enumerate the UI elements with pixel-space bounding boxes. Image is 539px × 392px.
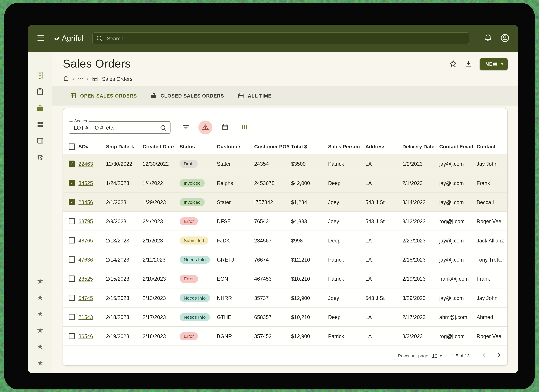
row-checkbox[interactable]: ✓ xyxy=(69,199,75,205)
status-badge: Needs Info xyxy=(180,294,210,302)
column-header-created-date[interactable]: Created Date xyxy=(143,144,180,149)
export-button[interactable] xyxy=(464,59,473,69)
so-number-link[interactable]: 34525 xyxy=(78,180,106,186)
sidebar-item-receipts[interactable] xyxy=(36,71,44,80)
errors-filter-button[interactable] xyxy=(198,121,212,135)
row-checkbox[interactable]: ✓ xyxy=(69,276,75,282)
sidebar-item-settings[interactable]: ⚙ xyxy=(36,153,44,162)
menu-button[interactable] xyxy=(36,33,45,43)
breadcrumb-home-button[interactable] xyxy=(63,75,69,83)
filter-icon xyxy=(182,123,190,132)
favorite-page-button[interactable] xyxy=(449,59,457,69)
favorite-star-icon[interactable]: ★ xyxy=(36,277,44,285)
so-number-link[interactable]: 68795 xyxy=(78,218,106,224)
cell-customer-po: 35737 xyxy=(254,295,291,301)
column-header-delivery-date[interactable]: Delivery Date xyxy=(402,144,439,149)
column-header-contact[interactable]: Contact xyxy=(476,144,506,149)
table-row[interactable]: ✓ 23456 2/1/2023 1/29/2023 Invoiced Stat… xyxy=(63,193,507,212)
breadcrumb-collapsed-button[interactable]: ⋯ xyxy=(78,76,83,81)
row-checkbox[interactable]: ✓ xyxy=(69,180,75,186)
account-button[interactable] xyxy=(500,33,510,44)
status-badge: Needs Info xyxy=(180,255,210,264)
status-badge: Error xyxy=(180,332,198,340)
app-logo-text: Agriful xyxy=(62,34,83,43)
tab-closed-sales-orders[interactable]: CLOSED SALES ORDERS xyxy=(150,92,224,99)
column-header-total[interactable]: Total $ xyxy=(291,144,328,149)
so-number-link[interactable]: 48765 xyxy=(78,237,106,243)
cell-created-date: 2/1/2023 xyxy=(143,237,180,243)
cell-ship-date: 2/15/2023 xyxy=(106,276,143,282)
cell-delivery-date: 2/1/2023 xyxy=(402,180,439,186)
rows-per-page-select[interactable]: Rows per page: 10 ▾ xyxy=(398,353,442,359)
main-content: Sales Orders xyxy=(52,52,518,373)
so-number-link[interactable]: 23525 xyxy=(78,276,106,282)
filter-button[interactable] xyxy=(179,121,193,135)
tab-open-sales-orders[interactable]: OPEN SALES ORDERS xyxy=(70,92,137,99)
table-row[interactable]: ✓ 22463 12/30/2022 12/30/2022 Draft Stat… xyxy=(63,154,507,173)
so-number-link[interactable]: 21543 xyxy=(78,314,106,320)
cell-delivery-date: 2/19/2023 xyxy=(402,276,439,282)
column-header-customer[interactable]: Customer xyxy=(217,144,254,149)
table-row[interactable]: ✓ 48765 2/13/2023 2/1/2023 Submitted FJD… xyxy=(63,231,507,250)
cell-customer-po: 76674 xyxy=(254,256,291,262)
column-header-so[interactable]: SO# xyxy=(78,144,106,149)
columns-button[interactable] xyxy=(237,121,251,135)
notifications-button[interactable] xyxy=(484,33,492,43)
row-checkbox[interactable]: ✓ xyxy=(69,314,75,320)
column-header-contact-email[interactable]: Contact Email xyxy=(439,144,477,149)
status-badge: Invoiced xyxy=(180,198,205,206)
cell-contact-email: jay@j.com xyxy=(439,237,477,243)
new-button[interactable]: NEW ▾ xyxy=(480,58,508,70)
table-row[interactable]: ✓ 34525 1/24/2023 1/4/2022 Invoiced Ralp… xyxy=(63,173,507,193)
column-header-customer-po[interactable]: Customer PO# xyxy=(254,144,291,149)
date-range-button[interactable] xyxy=(218,121,232,135)
column-header-address[interactable]: Address xyxy=(366,144,402,149)
so-number-link[interactable]: 86546 xyxy=(78,333,106,339)
next-page-button[interactable] xyxy=(494,351,504,361)
table-row[interactable]: ✓ 54745 2/15/2023 2/13/2023 Needs Info N… xyxy=(63,288,507,307)
favorite-star-icon[interactable]: ★ xyxy=(36,359,44,367)
sidebar-item-inventory[interactable] xyxy=(36,104,44,113)
cell-sales-person: Patrick xyxy=(328,333,366,339)
cell-status: Submitted xyxy=(180,236,217,244)
table-row[interactable]: ✓ 23525 2/15/2023 2/10/2023 Error EGN 46… xyxy=(63,269,507,288)
table-row[interactable]: ✓ 86546 2/19/2023 2/18/2023 Error BGNR 3… xyxy=(63,327,507,346)
select-all-checkbox[interactable]: ✓ xyxy=(69,143,75,150)
table-row[interactable]: ✓ 68795 2/9/2023 2/4/2023 Error DFSE 765… xyxy=(63,212,507,231)
so-number-link[interactable]: 23456 xyxy=(78,199,106,205)
so-number-link[interactable]: 54745 xyxy=(78,295,106,301)
previous-page-button[interactable] xyxy=(479,351,489,361)
column-header-ship-date[interactable]: Ship Date↓ xyxy=(106,144,143,149)
column-header-sales-person[interactable]: Sales Person xyxy=(328,144,366,149)
sidebar-item-views[interactable] xyxy=(36,137,44,145)
global-search-input[interactable] xyxy=(92,32,469,44)
column-header-status[interactable]: Status xyxy=(180,144,217,149)
favorite-star-icon[interactable]: ★ xyxy=(36,293,44,302)
table-row[interactable]: ✓ 47636 2/14/2023 2/11/2023 Needs Info G… xyxy=(63,250,507,269)
sidebar-item-tasks[interactable] xyxy=(36,88,44,96)
table-header-row: ✓ SO# Ship Date↓ Created Date Status Cus… xyxy=(63,139,507,154)
table-row[interactable]: ✓ 21543 2/18/2023 2/17/2023 Needs Info G… xyxy=(63,308,507,327)
row-checkbox[interactable]: ✓ xyxy=(69,237,75,244)
table-search-input[interactable] xyxy=(69,122,170,133)
cell-contact-email: jay@j.com xyxy=(439,256,477,262)
favorite-star-icon[interactable]: ★ xyxy=(36,310,44,318)
row-checkbox[interactable]: ✓ xyxy=(69,295,75,301)
app-body: ⚙ ★ ★ ★ ★ ★ ★ Sales Orders xyxy=(28,52,518,373)
cell-status: Draft xyxy=(180,160,217,168)
tab-all-time[interactable]: ALL TIME xyxy=(237,92,272,99)
cell-status: Needs Info xyxy=(180,294,217,302)
status-badge: Invoiced xyxy=(180,179,205,187)
favorite-star-icon[interactable]: ★ xyxy=(36,326,44,334)
row-checkbox[interactable]: ✓ xyxy=(69,161,75,167)
so-number-link[interactable]: 47636 xyxy=(78,256,106,262)
favorite-star-icon[interactable]: ★ xyxy=(36,342,44,351)
sidebar-item-apps[interactable] xyxy=(36,121,44,129)
row-checkbox[interactable]: ✓ xyxy=(69,333,75,339)
row-checkbox[interactable]: ✓ xyxy=(69,218,75,224)
row-checkbox[interactable]: ✓ xyxy=(69,256,75,263)
breadcrumb: / ⋯ / Sales Orders xyxy=(63,75,508,83)
so-number-link[interactable]: 22463 xyxy=(78,161,106,167)
cell-created-date: 2/10/2023 xyxy=(143,276,180,282)
download-icon xyxy=(464,59,473,69)
